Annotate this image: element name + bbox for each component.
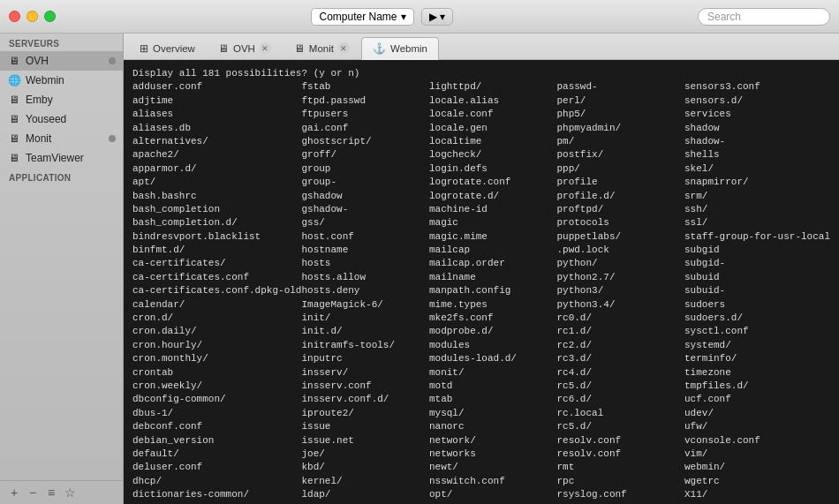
file-entry: mke2fs.conf xyxy=(429,312,557,325)
terminal[interactable]: Display all 181 possibilities? (y or n) … xyxy=(124,60,839,504)
file-entry: fstab xyxy=(301,80,429,94)
file-entry: sensors3.conf xyxy=(684,80,830,94)
ovh-icon: 🖥 xyxy=(218,42,229,55)
file-entry: ca-certificates.conf.dpkg-old xyxy=(132,284,301,297)
file-entry: motd xyxy=(429,380,557,393)
file-entry: subgid- xyxy=(684,257,830,270)
file-entry: rc6.d/ xyxy=(556,393,684,406)
server-icon-youseed: 🖥 xyxy=(7,112,21,126)
file-entry: ssh/ xyxy=(684,203,830,216)
tab-monit-label: Monit xyxy=(309,43,334,54)
file-entry: ImageMagick-6/ xyxy=(301,298,429,312)
tab-close-monit[interactable]: ✕ xyxy=(338,42,350,54)
favorite-button[interactable]: ☆ xyxy=(63,485,77,500)
sidebar-item-youseed[interactable]: 🖥 Youseed xyxy=(0,109,123,129)
sidebar-item-teamviewer[interactable]: 🖥 TeamViewer xyxy=(0,148,123,168)
file-entry: snapmirror/ xyxy=(684,176,830,189)
file-entry: systemd/ xyxy=(684,339,830,352)
content-area: ⊞ Overview 🖥 OVH ✕ 🖥 Monit ✕ ⚓ Webmin Di… xyxy=(124,34,839,504)
tab-monit[interactable]: 🖥 Monit ✕ xyxy=(283,36,361,59)
remove-server-button[interactable]: − xyxy=(26,485,40,500)
terminal-col-3: lighttpd/locale.aliaslocale.conflocale.g… xyxy=(429,80,557,504)
file-entry: shadow- xyxy=(684,135,830,148)
tab-overview-label: Overview xyxy=(153,43,195,54)
file-entry: ppp/ xyxy=(556,162,684,176)
minimize-button[interactable] xyxy=(26,11,38,22)
file-entry: cron.monthly/ xyxy=(132,352,301,365)
file-entry: services xyxy=(684,108,830,121)
tab-webmin-label: Webmin xyxy=(390,43,427,54)
action-dropdown-icon: ▾ xyxy=(440,11,445,23)
sidebar-item-emby[interactable]: 🖥 Emby xyxy=(0,90,123,109)
file-entry: mailname xyxy=(429,271,557,284)
maximize-button[interactable] xyxy=(44,11,56,22)
sidebar-item-label-teamviewer: TeamViewer xyxy=(26,152,116,164)
file-entry: sysctl.conf xyxy=(684,325,830,338)
file-entry: binfmt.d/ xyxy=(132,244,301,257)
file-entry: ca-certificates.conf xyxy=(132,271,301,284)
file-entry: locale.conf xyxy=(429,108,557,121)
file-entry: issue.net xyxy=(301,434,429,448)
sidebar-item-webmin[interactable]: 🌐 Webmin xyxy=(0,71,123,90)
sidebar-section-servers: Serveurs xyxy=(0,34,123,51)
terminal-file-list: adduser.confadjtimealiasesaliases.dbalte… xyxy=(132,80,830,504)
server-icon-teamviewer: 🖥 xyxy=(7,151,21,165)
search-placeholder: Search xyxy=(707,11,741,23)
list-view-button[interactable]: ≡ xyxy=(44,485,58,500)
action-button[interactable]: ▶ ▾ xyxy=(421,8,453,26)
close-button[interactable] xyxy=(9,11,20,22)
sidebar-item-label-emby: Emby xyxy=(26,94,116,106)
file-entry: bash.bashrc xyxy=(132,190,301,203)
file-entry: locale.alias xyxy=(429,94,557,108)
add-server-button[interactable]: + xyxy=(7,485,21,500)
file-entry: cron.weekly/ xyxy=(132,380,301,393)
file-entry: rpc xyxy=(556,475,684,488)
terminal-col-2: fstabftpd.passwdftpusersgai.confghostscr… xyxy=(301,80,429,504)
tab-ovh[interactable]: 🖥 OVH ✕ xyxy=(207,36,283,59)
terminal-col-1: adduser.confadjtimealiasesaliases.dbalte… xyxy=(132,80,301,504)
sidebar-section-application: Application xyxy=(0,168,123,185)
file-entry: network/ xyxy=(429,434,557,448)
file-entry: proftpd/ xyxy=(556,203,684,216)
file-entry: cron.daily/ xyxy=(132,325,301,338)
computer-name-label: Computer Name xyxy=(319,11,397,23)
file-entry: initramfs-tools/ xyxy=(301,339,429,352)
file-entry: bindresvport.blacklist xyxy=(132,230,301,244)
tab-webmin[interactable]: ⚓ Webmin xyxy=(361,37,439,60)
tab-overview[interactable]: ⊞ Overview xyxy=(128,36,207,59)
file-entry: ufw/ xyxy=(684,420,830,433)
file-entry: ftpusers xyxy=(301,108,429,121)
file-entry: staff-group-for-usr-local xyxy=(684,230,830,244)
file-entry: subgid xyxy=(684,244,830,257)
file-entry: hosts.deny xyxy=(301,284,429,297)
file-entry: manpath.config xyxy=(429,284,557,297)
tabbar: ⊞ Overview 🖥 OVH ✕ 🖥 Monit ✕ ⚓ Webmin xyxy=(124,34,839,60)
sidebar-item-ovh[interactable]: 🖥 OVH xyxy=(0,51,123,71)
file-entry: ghostscript/ xyxy=(301,135,429,148)
sidebar: Serveurs 🖥 OVH 🌐 Webmin 🖥 Emby 🖥 Youseed… xyxy=(0,34,124,504)
search-input[interactable]: Search xyxy=(698,8,830,26)
file-entry: X11/ xyxy=(684,488,830,501)
file-entry: rc3.d/ xyxy=(556,352,684,365)
tab-close-ovh[interactable]: ✕ xyxy=(260,42,271,54)
file-entry: bash_completion xyxy=(132,203,301,216)
titlebar-center: Computer Name ▾ ▶ ▾ xyxy=(66,8,698,26)
file-entry: modules xyxy=(429,339,557,352)
file-entry: aliases.db xyxy=(132,122,301,135)
file-entry: init/ xyxy=(301,312,429,325)
file-entry: resolv.conf xyxy=(556,434,684,448)
file-entry: resolv.conf xyxy=(556,448,684,461)
sidebar-item-monit[interactable]: 🖥 Monit xyxy=(0,129,123,148)
file-entry: logrotate.conf xyxy=(429,176,557,189)
computer-name-select[interactable]: Computer Name ▾ xyxy=(311,8,413,26)
file-entry: protocols xyxy=(556,216,684,229)
file-entry: deluser.conf xyxy=(132,461,301,474)
file-entry: default/ xyxy=(132,448,301,461)
file-entry: vim/ xyxy=(684,448,830,461)
file-entry: mtab xyxy=(429,393,557,406)
file-entry: python3/ xyxy=(556,284,684,297)
file-entry: passwd- xyxy=(556,80,684,94)
file-entry: sudoers.d/ xyxy=(684,312,830,325)
tab-ovh-label: OVH xyxy=(233,43,255,54)
file-entry: locale.gen xyxy=(429,122,557,135)
